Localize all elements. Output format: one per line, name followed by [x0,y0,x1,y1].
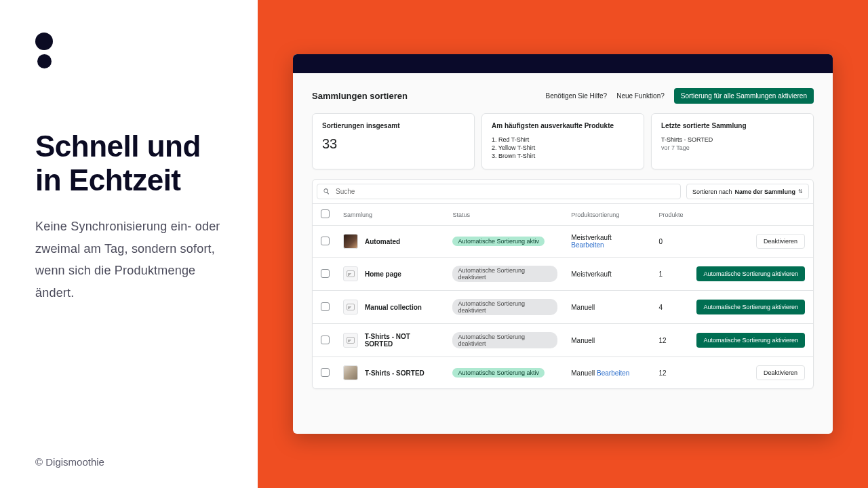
product-count: 12 [652,324,690,357]
col-name: Sammlung [336,204,446,226]
logo-dot-icon [35,33,53,50]
card-last-sorted: Letzte sortierte Sammlung T-Shirts - SOR… [651,113,814,169]
card-total-sorts: Sortierungen insgesamt 33 [312,113,475,169]
col-action [690,204,813,226]
new-feature-link[interactable]: Neue Funktion? [616,92,665,100]
logo-dot-icon [37,54,52,68]
collections-table: Sammlung Status Produktsortierung Produk… [313,204,813,388]
sort-prefix: Sortieren nach [692,188,732,195]
status-badge: Automatische Sortierung aktiv [452,237,545,246]
edit-link[interactable]: Bearbeiten [571,241,604,249]
collection-name-cell[interactable]: Automated [343,234,439,249]
sorting-mode: Manuell [571,337,595,344]
table-row: Home pageAutomatische Sortierung deaktiv… [313,258,813,291]
collection-name: Manual collection [365,304,422,311]
image-placeholder-icon [347,304,355,310]
product-count: 12 [652,357,690,389]
sort-dropdown[interactable]: Sortieren nach Name der Sammlung ⇅ [686,184,809,199]
collection-thumbnail [343,234,358,249]
col-sorting: Produktsortierung [564,204,652,226]
activate-all-button[interactable]: Sortierung für alle Sammlungen aktiviere… [674,88,814,104]
collection-name-cell[interactable]: T-Shirts - NOT SORTED [343,333,439,348]
search-field[interactable] [317,184,681,199]
row-checkbox[interactable] [321,336,330,344]
table-row: AutomatedAutomatische Sortierung aktivMe… [313,226,813,258]
status-badge: Automatische Sortierung deaktiviert [452,266,557,282]
collection-name: Home page [365,270,401,278]
select-all-checkbox[interactable] [321,209,330,218]
marketing-panel: Schnell und in Echtzeit Keine Synchronis… [0,0,258,488]
product-count: 4 [652,291,690,324]
table-row: Manual collectionAutomatische Sortierung… [313,291,813,324]
table-toolbar: Sortieren nach Name der Sammlung ⇅ [313,180,813,204]
deactivate-button[interactable]: Deaktivieren [756,234,805,249]
status-badge: Automatische Sortierung deaktiviert [452,332,557,348]
edit-link[interactable]: Bearbeiten [597,369,629,377]
product-count: 0 [652,226,690,258]
app-window: Sammlungen sortieren Benötigen Sie Hilfe… [293,54,833,434]
image-placeholder-icon [347,337,355,344]
top-product-item: 1. Red T-Shirt [492,136,634,143]
last-sorted-when: vor 7 Tage [661,144,804,151]
activate-button[interactable]: Automatische Sortierung aktivieren [696,300,805,314]
top-product-item: 3. Brown T-Shirt [492,152,634,159]
card-title: Letzte sortierte Sammlung [661,122,804,129]
col-status: Status [446,204,564,226]
copyright: © Digismoothie [35,456,104,468]
row-checkbox[interactable] [321,269,330,278]
last-sorted-name: T-Shirts - SORTED [661,136,804,143]
card-title: Am häufigsten ausverkaufte Produkte [492,122,634,129]
summary-cards: Sortierungen insgesamt 33 Am häufigsten … [312,113,814,169]
collection-thumbnail [343,333,358,348]
collection-thumbnail [343,266,358,281]
collections-panel: Sortieren nach Name der Sammlung ⇅ Samml… [312,179,814,389]
brand-logo [35,33,222,68]
app-topbar [293,54,833,73]
search-icon [323,188,330,195]
collection-thumbnail [343,365,358,380]
sort-icon: ⇅ [798,189,803,195]
collection-name-cell[interactable]: T-Shirts - SORTED [343,365,439,380]
status-badge: Automatische Sortierung aktiv [452,368,545,378]
top-product-item: 2. Yellow T-Shirt [492,144,634,151]
row-checkbox[interactable] [321,302,330,311]
deactivate-button[interactable]: Deaktivieren [756,365,805,380]
page-title: Sammlungen sortieren [312,91,408,101]
collection-name: Automated [365,238,400,245]
sorting-mode: Manuell [571,369,597,377]
app-body: Sammlungen sortieren Benötigen Sie Hilfe… [293,73,833,404]
help-link[interactable]: Benötigen Sie Hilfe? [546,92,608,100]
table-row: T-Shirts - SORTEDAutomatische Sortierung… [313,357,813,389]
sorting-mode: Meistverkauft [571,270,611,278]
col-products: Produkte [652,204,690,226]
screenshot-stage: Sammlungen sortieren Benötigen Sie Hilfe… [258,0,868,488]
sorting-mode: Meistverkauft [571,234,611,241]
activate-button[interactable]: Automatische Sortierung aktivieren [696,266,805,281]
card-title: Sortierungen insgesamt [322,122,465,129]
headline: Schnell und in Echtzeit [35,129,222,197]
collection-name: T-Shirts - SORTED [365,369,425,377]
collection-name-cell[interactable]: Home page [343,266,439,281]
product-count: 1 [652,258,690,291]
row-checkbox[interactable] [321,237,330,245]
status-badge: Automatische Sortierung deaktiviert [452,299,557,315]
search-input[interactable] [334,187,675,196]
collection-name: T-Shirts - NOT SORTED [365,333,439,348]
sort-value: Name der Sammlung [734,188,795,195]
sorting-mode: Manuell [571,304,595,311]
subheadline: Keine Synchronisierung ein- oder zweimal… [35,216,222,304]
collection-thumbnail [343,300,358,314]
page-header: Sammlungen sortieren Benötigen Sie Hilfe… [312,88,814,104]
row-checkbox[interactable] [321,368,330,377]
collection-name-cell[interactable]: Manual collection [343,300,439,314]
card-top-products: Am häufigsten ausverkaufte Produkte 1. R… [481,113,644,169]
header-actions: Benötigen Sie Hilfe? Neue Funktion? Sort… [546,88,814,104]
card-value: 33 [322,136,465,152]
activate-button[interactable]: Automatische Sortierung aktivieren [696,333,805,348]
image-placeholder-icon [347,270,355,277]
table-row: T-Shirts - NOT SORTEDAutomatische Sortie… [313,324,813,357]
